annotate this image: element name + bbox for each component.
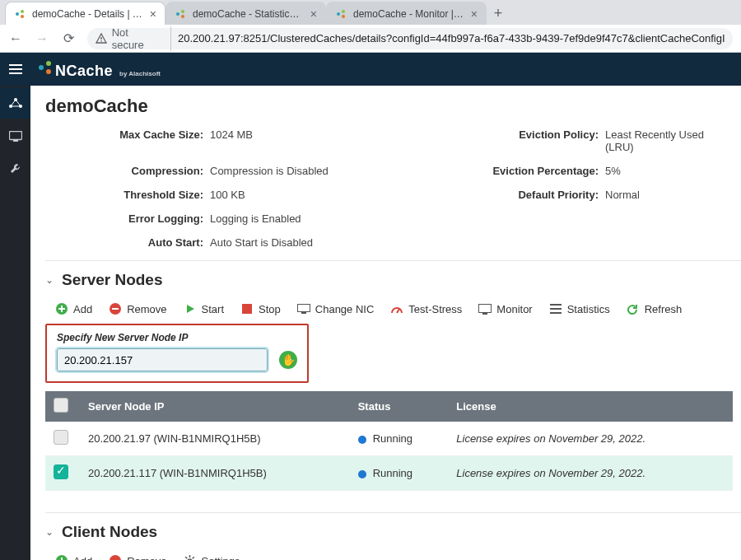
wrench-icon (9, 162, 22, 175)
col-ip: Server Node IP (80, 391, 350, 422)
table-row[interactable]: 20.200.21.97 (WIN-B1NMIRQ1H5B) Running L… (45, 422, 733, 456)
hamburger-button[interactable] (0, 53, 30, 86)
url-text: 20.200.21.97:8251/ClusteredCaches/detail… (178, 32, 725, 44)
browser-tab[interactable]: demoCache - Statistics | NCache × (165, 2, 326, 25)
svg-rect-30 (482, 313, 487, 315)
svg-rect-26 (297, 305, 310, 312)
ncache-favicon (14, 8, 26, 20)
back-button[interactable]: ← (8, 31, 23, 46)
svg-point-35 (110, 555, 121, 560)
select-all-checkbox[interactable] (54, 398, 68, 413)
prop-label: Max Cache Size: (45, 128, 210, 153)
cell-license: License expires on November 29, 2022. (448, 456, 733, 491)
start-button[interactable]: Start (184, 302, 224, 315)
test-stress-button[interactable]: Test-Stress (390, 302, 462, 315)
stop-button[interactable]: Stop (240, 302, 281, 315)
status-dot-icon (358, 436, 366, 444)
svg-point-3 (176, 12, 179, 16)
security-indicator[interactable]: Not secure (96, 26, 171, 51)
add-button[interactable]: Add (55, 302, 92, 315)
prop-label: Compression: (45, 165, 210, 177)
reload-button[interactable]: ⟳ (61, 30, 76, 46)
remove-button[interactable]: Remove (109, 554, 166, 560)
row-checkbox[interactable] (54, 430, 68, 445)
prop-label: Error Logging: (45, 212, 210, 225)
content-scroll[interactable]: Max Cache Size: 1024 MB Eviction Policy:… (30, 124, 741, 560)
brand-name: NCache (55, 63, 113, 80)
plus-icon (55, 554, 68, 560)
browser-toolbar: ← → ⟳ Not secure 20.200.21.97:8251/Clust… (0, 25, 741, 53)
client-nodes-toolbar: Add Remove Settings (45, 546, 741, 560)
change-nic-button[interactable]: Change NIC (297, 302, 375, 315)
prop-value: 5% (605, 165, 729, 177)
browser-tab-title: demoCache - Statistics | NCache (193, 8, 304, 20)
ncache-favicon (335, 8, 347, 20)
cell-ip: 20.200.21.117 (WIN-B1NMIRQ1H5B) (80, 456, 350, 491)
settings-button[interactable]: Settings (184, 554, 240, 560)
add-server-label: Specify New Server Node IP (57, 332, 297, 343)
svg-point-6 (337, 12, 340, 16)
prop-label: Auto Start: (45, 236, 210, 249)
stop-icon (240, 302, 254, 315)
close-icon[interactable]: × (471, 7, 478, 21)
svg-point-1 (21, 10, 24, 13)
plus-icon (55, 302, 68, 315)
svg-rect-12 (9, 68, 22, 70)
gear-icon (184, 554, 197, 560)
svg-rect-11 (9, 64, 22, 66)
collapse-icon[interactable]: ⌄ (45, 526, 54, 538)
add-button[interactable]: Add (55, 554, 92, 560)
svg-point-20 (46, 61, 51, 66)
close-icon[interactable]: × (150, 7, 156, 21)
browser-tab-active[interactable]: demoCache - Details | NCache × (5, 2, 165, 25)
remove-button[interactable]: Remove (109, 302, 166, 315)
rail-clustered-caches[interactable] (0, 87, 30, 119)
new-server-ip-input[interactable] (57, 348, 268, 371)
rail-local-caches[interactable] (0, 120, 30, 152)
browser-tab-title: demoCache - Details | NCache (32, 8, 143, 20)
cell-status: Running (350, 456, 449, 491)
server-nodes-table: Server Node IP Status License 20.200.21.… (45, 391, 733, 491)
prop-label: Eviction Percentage: (424, 165, 605, 177)
svg-rect-31 (550, 304, 562, 306)
plus-icon (283, 355, 293, 365)
statistics-button[interactable]: Statistics (549, 302, 610, 315)
browser-tab-strip: demoCache - Details | NCache × demoCache… (0, 0, 741, 25)
prop-value: 100 KB (210, 189, 424, 201)
cluster-icon (8, 97, 23, 109)
refresh-button[interactable]: Refresh (627, 302, 683, 315)
address-bar[interactable]: Not secure 20.200.21.97:8251/ClusteredCa… (87, 28, 733, 49)
monitor-button[interactable]: Monitor (478, 302, 532, 315)
svg-rect-9 (100, 37, 101, 40)
svg-point-8 (342, 15, 345, 18)
svg-rect-24 (112, 308, 119, 310)
forward-button[interactable]: → (35, 31, 49, 46)
status-dot-icon (358, 470, 366, 478)
client-nodes-header: ⌄ Client Nodes (45, 512, 741, 546)
svg-line-42 (185, 557, 187, 558)
server-nodes-toolbar: Add Remove Start Stop Change NIC Test-St… (45, 294, 741, 324)
prop-value: Least Recently Used (LRU) (605, 128, 729, 153)
svg-line-28 (397, 309, 399, 313)
minus-icon (109, 302, 122, 315)
rail-tools[interactable] (0, 153, 30, 184)
monitor-icon (478, 302, 492, 315)
prop-value: Auto Start is Disabled (210, 236, 424, 249)
play-icon (184, 302, 197, 315)
table-row[interactable]: 20.200.21.117 (WIN-B1NMIRQ1H5B) Running … (45, 456, 733, 491)
new-tab-button[interactable]: + (487, 2, 510, 25)
svg-rect-27 (301, 312, 306, 314)
confirm-add-button[interactable]: ✋ (279, 351, 297, 369)
cache-properties: Max Cache Size: 1024 MB Eviction Policy:… (45, 124, 741, 260)
ncache-favicon (175, 8, 186, 20)
collapse-icon[interactable]: ⌄ (45, 274, 54, 286)
browser-tab[interactable]: demoCache - Monitor | NCache × (326, 2, 487, 25)
not-secure-label: Not secure (112, 26, 162, 51)
prop-value: Compression is Disabled (210, 165, 424, 177)
close-icon[interactable]: × (310, 7, 317, 21)
row-checkbox[interactable] (54, 464, 68, 479)
side-rail (0, 53, 30, 560)
browser-tab-title: demoCache - Monitor | NCache (353, 8, 464, 20)
col-license: License (448, 391, 733, 422)
nic-icon (297, 302, 310, 315)
